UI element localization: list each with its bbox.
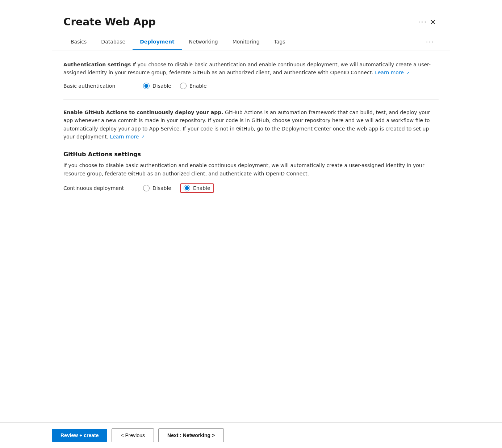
auth-description: Authentication settings If you choose to…	[63, 61, 439, 77]
basic-auth-label: Basic authentication	[63, 83, 143, 89]
basic-auth-enable-option[interactable]: Enable	[180, 83, 207, 89]
dialog-title: Create Web App	[63, 16, 414, 28]
github-settings-description: If you choose to disable basic authentic…	[63, 161, 439, 178]
github-title-bold: Enable GitHub Actions to continuously de…	[63, 109, 223, 115]
continuous-deployment-field-row: Continuous deployment Disable Enable	[63, 183, 439, 193]
github-actions-section: Enable GitHub Actions to continuously de…	[63, 108, 439, 141]
cd-enable-highlighted-option: Enable	[180, 183, 214, 193]
auth-learn-more-link[interactable]: Learn more ↗	[375, 70, 410, 75]
dialog-menu-icon[interactable]: ···	[418, 18, 427, 26]
cd-enable-option[interactable]: Enable	[184, 185, 210, 191]
close-button[interactable]: ✕	[427, 16, 439, 28]
continuous-deployment-radio-group: Disable Enable	[143, 183, 214, 193]
divider-1	[63, 99, 439, 100]
github-external-link-icon: ↗	[141, 134, 145, 140]
tab-basics[interactable]: Basics	[63, 34, 94, 50]
basic-auth-disable-option[interactable]: Disable	[143, 83, 171, 89]
cd-enable-radio[interactable]	[184, 185, 190, 191]
basic-auth-enable-label: Enable	[189, 83, 207, 89]
tab-database[interactable]: Database	[94, 34, 133, 50]
basic-auth-field-row: Basic authentication Disable Enable	[63, 83, 439, 89]
auth-title-bold: Authentication settings	[63, 62, 131, 67]
basic-auth-disable-label: Disable	[152, 83, 171, 89]
cd-enable-label: Enable	[193, 185, 210, 191]
continuous-deployment-label: Continuous deployment	[63, 185, 143, 191]
create-web-app-dialog: Create Web App ··· ✕ Basics Database Dep…	[52, 7, 450, 333]
external-link-icon: ↗	[406, 70, 409, 76]
tabs-bar: Basics Database Deployment Networking Mo…	[52, 34, 450, 50]
tabs-overflow-icon[interactable]: ···	[422, 34, 439, 50]
basic-auth-disable-radio[interactable]	[143, 83, 150, 89]
authentication-settings-section: Authentication settings If you choose to…	[63, 61, 439, 89]
github-learn-more-link[interactable]: Learn more ↗	[110, 134, 145, 140]
basic-auth-enable-radio[interactable]	[180, 83, 187, 89]
cd-disable-label: Disable	[152, 185, 171, 191]
tab-deployment[interactable]: Deployment	[133, 34, 181, 50]
github-settings-title: GitHub Actions settings	[63, 151, 439, 158]
tab-networking[interactable]: Networking	[182, 34, 225, 50]
cd-disable-radio[interactable]	[143, 185, 150, 191]
github-description: Enable GitHub Actions to continuously de…	[63, 108, 439, 141]
cd-disable-option[interactable]: Disable	[143, 185, 171, 191]
basic-auth-radio-group: Disable Enable	[143, 83, 207, 89]
main-content: Authentication settings If you choose to…	[52, 50, 450, 213]
tab-monitoring[interactable]: Monitoring	[225, 34, 267, 50]
tab-tags[interactable]: Tags	[267, 34, 293, 50]
github-actions-settings-section: GitHub Actions settings If you choose to…	[63, 151, 439, 193]
dialog-header: Create Web App ··· ✕	[52, 7, 450, 34]
